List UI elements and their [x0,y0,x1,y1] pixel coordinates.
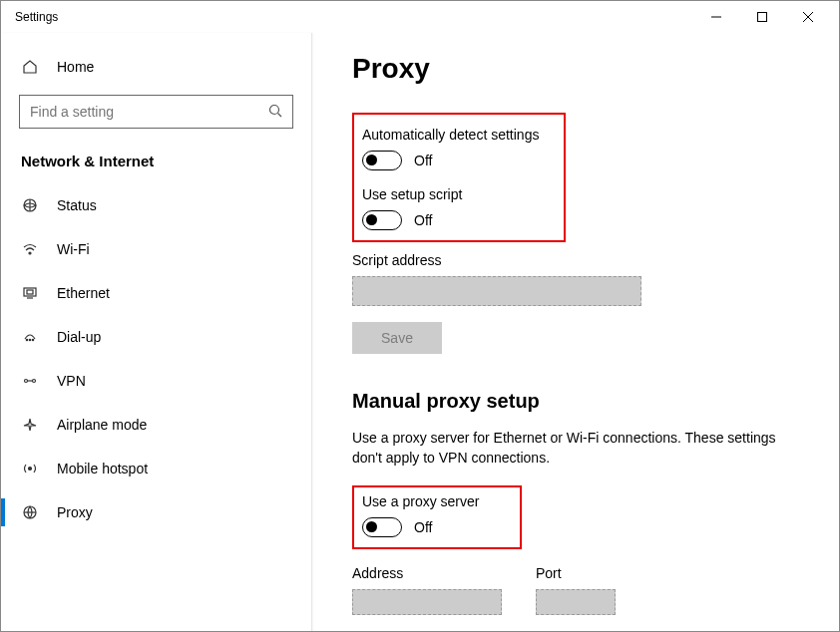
search-icon [268,104,282,121]
sidebar-item-proxy[interactable]: Proxy [1,490,311,534]
sidebar-item-vpn[interactable]: VPN [1,359,311,403]
auto-detect-state: Off [414,153,432,168]
address-input[interactable] [352,589,502,615]
search-box[interactable] [19,95,293,129]
sidebar: Home Network & Internet Status Wi-Fi [1,33,312,632]
vpn-icon [21,373,39,389]
sidebar-item-wifi[interactable]: Wi-Fi [1,227,311,271]
sidebar-item-hotspot[interactable]: Mobile hotspot [1,447,311,490]
home-label: Home [57,59,94,75]
svg-rect-1 [758,13,767,22]
content-area: Proxy Automatically detect settings Off … [312,33,839,632]
svg-line-5 [278,113,282,117]
svg-point-8 [29,252,31,254]
home-nav-item[interactable]: Home [1,45,311,89]
port-label: Port [536,565,616,581]
ethernet-icon [21,285,39,301]
page-title: Proxy [352,53,809,85]
sidebar-item-label: Dial-up [57,329,101,345]
sidebar-item-label: Airplane mode [57,417,147,433]
svg-point-4 [270,105,279,114]
search-input[interactable] [30,104,244,120]
auto-detect-toggle[interactable] [362,151,402,170]
sidebar-item-label: Status [57,197,97,213]
sidebar-item-label: Proxy [57,504,93,520]
auto-detect-label: Automatically detect settings [362,127,552,143]
close-button[interactable] [785,1,831,33]
svg-point-12 [26,339,27,340]
svg-rect-9 [24,288,36,296]
script-address-input[interactable] [352,276,641,306]
status-icon [21,197,39,213]
window-controls [693,1,831,33]
svg-rect-10 [27,290,33,294]
port-input[interactable] [536,589,616,615]
svg-point-13 [29,339,30,340]
svg-point-14 [32,339,33,340]
highlight-proxy-section: Use a proxy server Off [352,485,522,549]
use-proxy-state: Off [414,519,432,535]
sidebar-item-label: Wi-Fi [57,241,90,257]
hotspot-icon [21,461,39,476]
minimize-button[interactable] [693,1,739,33]
svg-point-16 [33,380,36,383]
sidebar-item-ethernet[interactable]: Ethernet [1,271,311,315]
sidebar-item-dialup[interactable]: Dial-up [1,315,311,359]
sidebar-item-label: Mobile hotspot [57,461,148,476]
titlebar: Settings [1,1,839,33]
manual-description: Use a proxy server for Ethernet or Wi-Fi… [352,429,781,468]
sidebar-item-airplane[interactable]: Airplane mode [1,403,311,447]
dialup-icon [21,329,39,345]
sidebar-section-title: Network & Internet [1,143,311,183]
script-address-label: Script address [352,252,809,268]
maximize-button[interactable] [739,1,785,33]
svg-point-18 [29,468,32,471]
svg-point-15 [25,380,28,383]
setup-script-state: Off [414,212,432,228]
home-icon [21,59,39,75]
sidebar-item-label: VPN [57,373,86,389]
proxy-icon [21,504,39,520]
window-title: Settings [9,10,58,24]
use-proxy-toggle[interactable] [362,517,402,537]
wifi-icon [21,241,39,257]
setup-script-toggle[interactable] [362,210,402,230]
address-label: Address [352,565,502,581]
manual-heading: Manual proxy setup [352,390,809,413]
airplane-icon [21,417,39,433]
highlight-auto-section: Automatically detect settings Off Use se… [352,113,566,242]
sidebar-item-status[interactable]: Status [1,183,311,227]
sidebar-item-label: Ethernet [57,285,110,301]
save-button[interactable]: Save [352,322,442,354]
setup-script-label: Use setup script [362,186,552,202]
use-proxy-label: Use a proxy server [362,493,508,509]
